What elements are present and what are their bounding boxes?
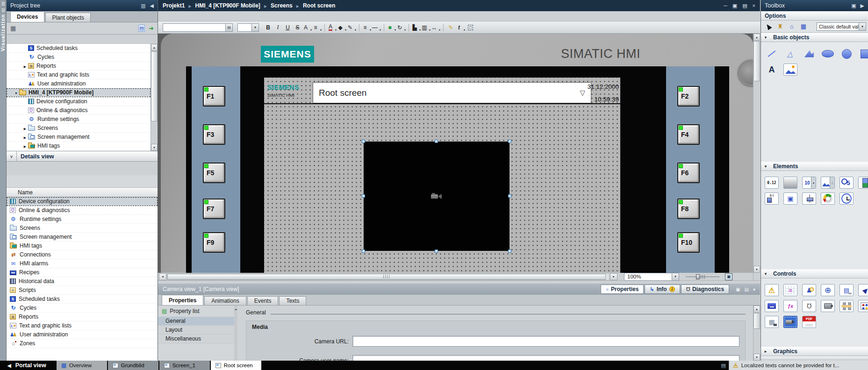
border-color-button[interactable]: ✎ — [347, 23, 356, 32]
pane-icon[interactable]: ▤ — [721, 363, 726, 369]
cursor-icon[interactable] — [765, 23, 772, 30]
expander-icon[interactable] — [22, 63, 28, 69]
station-icon[interactable] — [788, 23, 796, 30]
fkey-button[interactable]: F8 — [677, 199, 700, 219]
zoom-level-combo[interactable]: 100% ▾ — [624, 273, 679, 281]
details-list-item[interactable]: Cycles — [7, 304, 158, 313]
selection-handle[interactable] — [362, 140, 365, 143]
breadcrumb-item[interactable]: Screens — [260, 2, 293, 9]
details-list-item[interactable]: Online & diagnostics — [7, 206, 158, 215]
refresh-icon[interactable]: ➜ — [149, 25, 154, 32]
details-list-item[interactable]: HMI tags — [7, 242, 158, 250]
scroll-down-icon[interactable]: ▾ — [151, 144, 158, 151]
symbol-library-icon[interactable] — [783, 192, 797, 205]
fit-to-window-icon[interactable] — [725, 273, 732, 280]
scrollbar-thumb[interactable] — [167, 274, 606, 280]
button-icon[interactable] — [783, 177, 797, 189]
tree-item[interactable]: Screens — [7, 124, 151, 133]
details-list-item[interactable]: User administration — [7, 330, 158, 339]
selection-handle[interactable] — [508, 140, 511, 143]
tree-item[interactable]: Screen management — [7, 133, 151, 142]
details-list-item[interactable]: Screens — [7, 224, 158, 233]
italic-button[interactable]: I — [273, 23, 282, 32]
camera-view-object[interactable] — [364, 142, 509, 251]
breadcrumb-item[interactable]: Root screen — [293, 2, 336, 9]
taskbar-tab[interactable]: Overview — [57, 361, 107, 370]
io-field-icon[interactable] — [765, 177, 779, 189]
property-nav-item[interactable]: Miscellaneous — [158, 334, 234, 343]
properties-scrollbar[interactable]: ▴ ▾ — [753, 306, 760, 361]
tab-order-button[interactable]: t — [456, 23, 465, 32]
fkey-button[interactable]: F2 — [677, 86, 700, 107]
strikethrough-button[interactable]: S — [293, 23, 302, 32]
expander-icon[interactable] — [22, 142, 28, 149]
symbolic-io-field-icon[interactable] — [802, 177, 816, 189]
section-chevron-icon[interactable] — [761, 349, 770, 354]
graphic-io-field-icon[interactable] — [821, 177, 835, 189]
channel-diagnose-icon[interactable] — [839, 300, 854, 312]
font-color-button[interactable]: A — [328, 23, 337, 32]
text-field-icon[interactable] — [765, 64, 779, 76]
expander-icon[interactable] — [22, 125, 28, 131]
expander-icon[interactable] — [22, 134, 28, 140]
fkey-button[interactable]: F6 — [677, 163, 700, 183]
inspector-tab[interactable]: Info i — [645, 285, 680, 294]
editor-vertical-scrollbar[interactable]: ▴ ▾ — [753, 34, 760, 273]
zoom-area-button[interactable]: □ — [466, 23, 475, 32]
tree-item[interactable]: Online & diagnostics — [7, 106, 151, 115]
style-profile-dropdown[interactable]: Classic default val ▾ — [817, 22, 866, 31]
rectangle-icon[interactable] — [858, 48, 868, 60]
scroll-up-icon[interactable]: ▴ — [753, 306, 760, 313]
new-item-icon[interactable]: ▦ — [10, 25, 16, 32]
details-view-header[interactable]: ∨ Details view — [7, 151, 158, 162]
breadcrumb-item[interactable]: Projekt1 — [163, 2, 185, 9]
portal-view-button[interactable]: ◀ Portal view — [0, 362, 57, 369]
rotate-button[interactable]: ↻ — [397, 23, 406, 32]
pdf-view-icon[interactable] — [802, 316, 816, 328]
strip-tab[interactable] — [1, 7, 6, 13]
details-list-item[interactable]: Recipes — [7, 268, 158, 277]
float-icon[interactable]: ▣ — [736, 287, 740, 292]
html-browser-icon[interactable] — [821, 284, 835, 296]
project-tree-tab[interactable]: Devices — [10, 11, 44, 22]
switch-icon[interactable] — [765, 192, 779, 205]
section-header[interactable]: Controls — [761, 269, 868, 278]
scrollbar-thumb[interactable] — [151, 51, 158, 121]
recipe-view-icon[interactable] — [839, 284, 854, 296]
minimize-icon[interactable]: ─ — [724, 3, 727, 9]
graphic-view-icon[interactable] — [783, 64, 797, 76]
line-icon[interactable] — [765, 48, 779, 60]
hmi-screen-design-area[interactable]: SIEMENS SIMATIC HMI Root screen 31.12.20… — [264, 78, 620, 273]
taskbar-tab[interactable]: Root screen — [211, 361, 261, 370]
tree-item[interactable]: Reports — [7, 62, 151, 71]
property-nav-item[interactable]: General — [158, 317, 234, 326]
details-name-column-header[interactable]: Name — [7, 188, 158, 197]
selection-handle[interactable] — [508, 249, 511, 253]
taskbar-tab[interactable]: Grundbild — [108, 361, 158, 370]
scroll-down-icon[interactable]: ▾ — [753, 354, 760, 361]
fkey-button[interactable]: F1 — [203, 86, 225, 107]
font-size-button[interactable]: A — [303, 23, 312, 32]
date-time-field-icon[interactable] — [839, 177, 854, 189]
size-button[interactable]: ↔ — [431, 23, 440, 32]
float-icon[interactable]: ▣ — [851, 3, 856, 9]
strip-tab[interactable] — [1, 1, 6, 7]
selection-handle[interactable] — [362, 194, 365, 198]
fx-trend-view-icon[interactable] — [783, 300, 797, 312]
diagnostics-control-icon[interactable] — [765, 316, 779, 328]
dropdown-arrow-icon[interactable] — [580, 89, 585, 97]
properties-tab[interactable]: Events — [247, 296, 279, 305]
zoom-slider-thumb[interactable] — [696, 274, 700, 279]
inspector-tab[interactable]: Diagnostics — [681, 285, 729, 294]
tree-item[interactable]: Text and graphic lists — [7, 71, 151, 79]
clock-icon[interactable] — [839, 192, 854, 205]
selection-handle[interactable] — [362, 249, 365, 253]
properties-tab[interactable]: Properties — [162, 295, 203, 305]
selection-handle[interactable] — [435, 249, 438, 253]
screen-editor-canvas[interactable]: SIEMENS SIMATIC HMI F1 F3 — [158, 34, 760, 273]
column-settings-icon[interactable]: ▤ — [138, 25, 145, 32]
slider-el-icon[interactable] — [802, 192, 816, 205]
zoom-slider[interactable] — [686, 273, 719, 280]
paragraph-align-button[interactable]: ≡ — [313, 23, 322, 32]
border-width-button[interactable]: — — [372, 23, 381, 32]
